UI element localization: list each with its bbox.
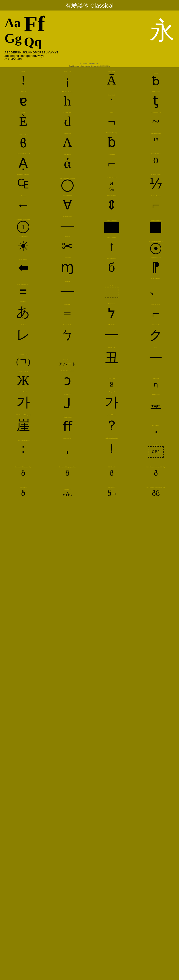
- grid-cell-latin-d: Latin Ext D ꝸ: [90, 368, 134, 389]
- grid-cell-vertical-forms: Vertical Forms ？: [90, 412, 134, 435]
- glyph-up-arrow: ↑: [108, 239, 115, 254]
- grid-cell-cjk-ext-a: CJK Ext A 丑: [90, 345, 134, 368]
- grid-cell-sup-punct: Sup Punctuation ⁋: [134, 255, 178, 276]
- grid-row-11: CJK Radicals Sup 〓 Kangxi — IDS CJK Symb…: [1, 276, 178, 299]
- source: Font Source: http://www.fontke.com/font/…: [0, 65, 179, 67]
- grid-cell-misc-tech: Misc Technical ⇕: [90, 193, 134, 213]
- grid-row-6: Currency Symbols ₠ Diacriticals For Symb…: [1, 172, 178, 193]
- glyph-bracket-corner: ⌐: [152, 197, 160, 213]
- copyright: © Design by fontke.com: [0, 62, 179, 65]
- grid-cell-enc-ideo-sup: Enclosed Ideographic Sup ð: [45, 458, 90, 479]
- glyph-sun: ☀: [17, 238, 29, 254]
- glyph-showcase: Aa Gg Ff Qq 永: [0, 11, 179, 51]
- glyph-cjk-ext-a-char: ð¬: [107, 488, 116, 498]
- glyph-cjk-soil: 丑: [105, 349, 118, 367]
- grid-row-4: Cyrillic Ext C ϐ Phoenic Ext Λ Phonetic …: [1, 130, 178, 151]
- glyph-obj-box: OBJ: [148, 446, 163, 458]
- glyph-equal-sign: =: [64, 306, 71, 321]
- grid-cell-cjk-compat-ideo-sup2: CJK Compat Ideographic Sup ð8: [134, 479, 178, 499]
- glyph-inverted-exclaim: ¡: [65, 72, 70, 88]
- glyph-turned-e: ɐ: [19, 93, 27, 109]
- glyph-scissors: ✂: [62, 238, 73, 254]
- glyph-dashed-box: [105, 287, 118, 298]
- grid-cell-cjk-compat: CJK Compat アパート: [45, 345, 90, 368]
- glyph-amacron: Ā: [107, 72, 117, 88]
- glyph-black-square: [150, 222, 161, 233]
- glyph-be: б: [108, 259, 115, 275]
- grid-cell-jamo-ext-b: Jamo Ext B ힸ: [134, 389, 178, 412]
- grid-row-14: Enclosed CJK (ㄱ) CJK Compat アパート CJK Ext…: [1, 345, 178, 368]
- grid-cell-letterlike: Letterlike Symbols a %: [90, 172, 134, 193]
- glyph-superscript-0: ⁰: [153, 155, 158, 171]
- grid-cell-cyrillic-a: Cyrillic Ext A б: [90, 255, 134, 276]
- grid-row-19: Enclosed Alphanums Sup ð Enclosed Ideogr…: [1, 458, 178, 479]
- grid-cell-arrows: Arrows ←: [1, 193, 45, 213]
- glyph-katakana-ku: ク: [149, 326, 163, 344]
- glyph-hangul-2: ힸ: [149, 396, 163, 411]
- glyph-circled-1: 1: [17, 221, 29, 233]
- glyph-full-block: [104, 222, 119, 233]
- grid-cell-lisu-f: Lisu Ext F ꓙ: [45, 389, 90, 412]
- glyph-pilcrow-sup: ⁋: [152, 259, 160, 275]
- glyph-Ff: Ff: [24, 13, 45, 35]
- grid-cell-cjk-ext-b: CJK Ext B ð: [90, 458, 134, 479]
- glyph-cjk-ext-d-char: ð: [21, 488, 25, 498]
- grid-cell-cjk-compat-ideograph: CJK Compat Ideograph 崖: [1, 412, 45, 435]
- grid-cell-katakana: Katakana =: [45, 299, 90, 322]
- grid-row-16: Jamo Ext A 가 Lisu Ext F ꓙ Hangul F 가 Jam…: [1, 389, 178, 412]
- glyph-崖: 崖: [16, 417, 30, 434]
- grid-cell-specials: Specials OBJ: [134, 436, 178, 458]
- grid-row-2: IPA Ext ɐ Modifier Letters h Diacritical…: [1, 89, 178, 110]
- alphabet-lower: abcdefghijklmnopqrstuvwxyz: [5, 54, 174, 57]
- glyph-leftarrow: ←: [16, 197, 30, 213]
- glyph-Qq: Qq: [24, 35, 45, 49]
- digits: 0123456789: [5, 57, 174, 61]
- grid-cell-half-music: Half Music ﾱ: [134, 412, 178, 435]
- glyph-b-stroke: ƀ: [107, 134, 116, 150]
- grid-cell-diac-sup: Diacriticals Sup ": [134, 130, 178, 151]
- glyph-enc-ideo-char: ð: [66, 468, 69, 478]
- glyph-not-sign: ¬: [108, 114, 115, 129]
- grid-cell-phoenic: Phoenic Ext Λ: [45, 130, 90, 151]
- grid-row-12: Hiragana あ Katakana = Bopomofo ל Compat …: [1, 299, 178, 322]
- glyph-lambda: Λ: [62, 135, 72, 150]
- grid-cell-ipa: IPA Ext ɐ: [1, 89, 45, 110]
- glyph-curly-b: ϐ: [19, 136, 27, 150]
- grid-row-8: Enclosed Alphanums 1 Box Drawing — Block…: [1, 214, 178, 234]
- glyph-katakana-re: レ: [16, 326, 30, 344]
- grid-cell-diac: Diacriticals `: [90, 89, 134, 110]
- glyph-grid: ASCII ! Latin 1 Sup ¡ Latin Ext B Ā Suom…: [0, 67, 179, 500]
- glyph-bold-leftarrow: ⬅: [18, 261, 29, 275]
- grid-cell-currency: Currency Symbols ₠: [1, 172, 45, 193]
- glyph-a-dot-below: Ạ: [19, 155, 28, 171]
- grid-cell-number-forms: Number Forms ⅐: [134, 172, 178, 193]
- glyph-hangul-ga2: ꓙ: [64, 395, 71, 411]
- glyph-bopomofo-b: ㄅ: [61, 326, 74, 344]
- grid-cell-cjk-compat-ideo-sup: CJK Compat Ideographic Sup ð: [134, 458, 178, 479]
- grid-row-10: Misc Arrows ⬅ Latin Ext C ɱ Cyrillic Ext…: [1, 255, 178, 276]
- grid-cell-phonetic-sup: Phonetic Ext Sup ƀ: [90, 130, 134, 151]
- glyph-paren-gieuk: (ㄱ): [16, 356, 30, 367]
- grid-cell-super-sub: Super And Sub ⁰: [134, 151, 178, 172]
- glyph-circle-dot: [150, 243, 161, 254]
- glyph-ff-ligature: ﬀ: [63, 419, 72, 434]
- grid-cell-cjk-ext-a2: CJK Ext A ð¬: [90, 479, 134, 499]
- grid-cell-alpha-pf: Alphabetic PF ﬀ: [45, 412, 90, 435]
- grid-row-13: Kanbun レ Bopomofo Ext ㄅ CJK Strokes ㇐ Ka…: [1, 322, 178, 345]
- glyph-updown-arrow: ⇕: [106, 197, 117, 213]
- glyph-apartment: アパート: [58, 361, 76, 367]
- grid-row-3: Gothic È Cyrillic Sup d Jamo ¬ Diacritic…: [1, 110, 178, 130]
- grid-cell-cjk-strokes: CJK Strokes ㇐: [90, 322, 134, 345]
- glyph-kayah-char: ꤄: [154, 380, 158, 388]
- grid-row-9: Misc Symbols ☀ Dingbats ✂ Sup Arrows B ↑…: [1, 234, 178, 255]
- grid-cell-control-pics: Control Pictures ⌐: [134, 193, 178, 213]
- glyph-currency-sign: ₠: [17, 176, 29, 192]
- glyph-grave: `: [110, 97, 113, 109]
- grid-cell-bopomofo-ext: Bopomofo Ext ㄅ: [45, 322, 90, 345]
- header: 有爱黑体 Classical: [0, 0, 179, 11]
- glyph-alpha-tonos: ά: [64, 156, 71, 171]
- glyph-chinese: 永: [150, 18, 174, 43]
- glyph-yi: 一: [149, 349, 163, 367]
- glyph-halfwidth-katakana: ﾱ: [154, 427, 158, 434]
- glyph-cjk-compat-char2: ð8: [152, 488, 160, 498]
